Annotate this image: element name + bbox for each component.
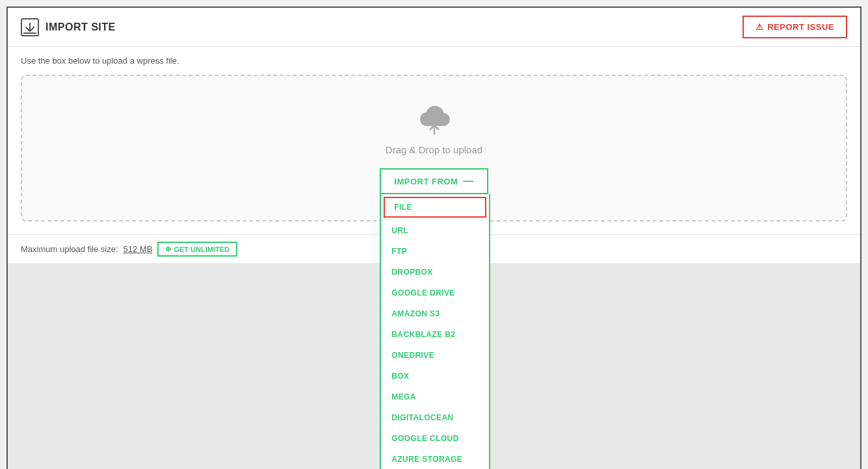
dropdown-item-ftp[interactable]: FTP (381, 241, 489, 262)
dropdown-item-google-cloud[interactable]: GOOGLE CLOUD (381, 428, 489, 449)
dropdown-item-box[interactable]: BOX (381, 366, 489, 387)
dropdown-item-url[interactable]: URL (381, 220, 489, 241)
main-content: Use the box below to upload a wpress fil… (8, 47, 860, 234)
dropdown-item-amazon-s3[interactable]: AMAZON S3 (381, 303, 489, 324)
dropdown-item-backblaze-b2[interactable]: BACKBLAZE B2 (381, 324, 489, 345)
import-from-button[interactable]: IMPORT FROM — (380, 168, 488, 194)
dropdown-item-azure-storage[interactable]: AZURE STORAGE (381, 449, 489, 469)
get-unlimited-button[interactable]: ⊕ GET UNLIMITED (157, 242, 237, 257)
get-unlimited-label: GET UNLIMITED (174, 246, 230, 253)
import-from-menu: FILE URL FTP DROPBOX GOOGLE DRIVE AMAZON… (380, 194, 490, 469)
minus-icon: — (463, 176, 474, 186)
import-site-icon (21, 18, 39, 36)
file-size-underlined: 512 MB (124, 244, 153, 254)
warning-icon: ⚠ (756, 22, 764, 32)
header-left: IMPORT SITE (21, 18, 116, 36)
upload-zone[interactable]: Drag & Drop to upload IMPORT FROM — FILE… (21, 75, 847, 222)
circle-plus-icon: ⊕ (165, 245, 171, 253)
drag-drop-text: Drag & Drop to upload (386, 144, 482, 155)
dropdown-item-file[interactable]: FILE (384, 197, 486, 218)
report-issue-label: REPORT ISSUE (767, 22, 834, 32)
file-size-value: 512 MB (124, 244, 153, 254)
dropdown-item-onedrive[interactable]: ONEDRIVE (381, 345, 489, 366)
dropdown-item-mega[interactable]: MEGA (381, 387, 489, 407)
max-upload-label: Maximum upload file size: (21, 244, 118, 254)
page-container: IMPORT SITE ⚠ REPORT ISSUE Use the box b… (7, 6, 861, 469)
import-from-label: IMPORT FROM (394, 177, 458, 186)
dropdown-item-dropbox[interactable]: DROPBOX (381, 262, 489, 283)
cloud-upload-icon (415, 102, 454, 136)
subtitle-text: Use the box below to upload a wpress fil… (21, 56, 847, 66)
dropdown-item-google-drive[interactable]: GOOGLE DRIVE (381, 283, 489, 303)
page-title: IMPORT SITE (46, 21, 116, 33)
report-issue-button[interactable]: ⚠ REPORT ISSUE (743, 16, 847, 38)
dropdown-item-digitalocean[interactable]: DIGITALOCEAN (381, 407, 489, 428)
import-from-dropdown-wrapper: IMPORT FROM — FILE URL FTP DROPBOX GOOGL… (380, 168, 488, 194)
header: IMPORT SITE ⚠ REPORT ISSUE (8, 8, 860, 47)
